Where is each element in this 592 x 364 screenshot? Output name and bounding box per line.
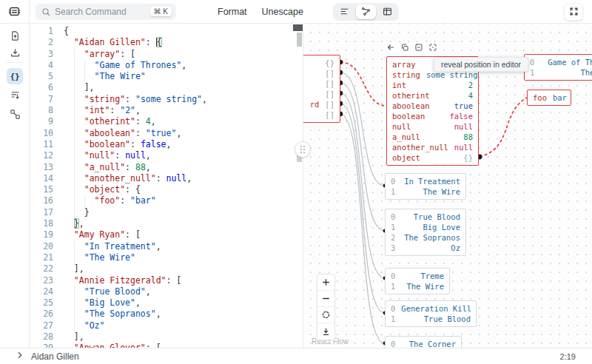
node-value: True Blood [424,314,471,324]
graph-node-root[interactable]: {}[][][]rd[][] [303,55,340,123]
back-arrow-icon[interactable] [386,43,395,52]
line-number: 23 [30,275,53,286]
code-token: "some string" [135,94,202,104]
code-token [64,343,74,348]
editor-code[interactable]: { "Aidan Gillen": { "array": [ "Game of … [58,26,303,348]
code-editor[interactable]: 1234567891011121314151617181920212223242… [30,24,303,348]
table-view-button[interactable] [377,4,397,19]
scrollbar-decoration [293,24,303,31]
filter-lines-icon[interactable] [7,87,23,102]
graph-node-anwan[interactable]: 0Treme1The Wire [385,268,450,294]
flow-controls [317,274,335,340]
json-editor-app: ⌘ K Format Unescape [0,0,592,364]
node-row: a_null88 [387,132,478,142]
code-token: "int" [84,105,110,115]
node-index: 0 [391,212,395,222]
text-view-button[interactable] [334,4,354,19]
node-row: 1The Wire [386,281,449,291]
line-number: 17 [30,207,53,218]
node-row: another_nullnull [387,142,478,152]
indent-guide [74,116,75,127]
node-key: a_null [392,132,420,142]
code-token [64,60,95,70]
editor-gutter: 1234567891011121314151617181920212223242… [30,26,58,348]
code-line: ], [64,263,303,274]
focus-node-icon[interactable] [428,43,437,52]
chevron-right-icon[interactable] [15,350,25,360]
file-import-icon[interactable] [7,28,23,43]
indent-guide [74,309,75,320]
indent-guide [84,195,85,206]
line-number: 26 [30,309,53,320]
code-token [125,195,130,206]
json-braces-icon[interactable]: {} [7,68,23,84]
fullscreen-button[interactable] [564,3,583,21]
code-token: : [146,343,151,348]
code-token: "2" [120,105,135,115]
graph-node-foo[interactable]: foobar [527,90,571,106]
code-token: "aboolean" [84,128,135,138]
indent-guide [84,60,85,71]
search-command-box[interactable]: ⌘ K [36,4,176,20]
line-number: 20 [30,241,53,252]
code-token: , [202,94,207,104]
search-input[interactable] [55,7,146,17]
code-token: , [156,241,161,252]
node-key: object [392,152,420,163]
node-key: aboolean [392,101,430,111]
editor-scrollbar-thumb[interactable] [297,33,302,47]
graph-node-annie[interactable]: 0True Blood1Big Love2The Sopranos3Oz [385,209,466,256]
sidebar-divider [6,62,24,63]
code-token: "Aidan Gillen" [74,37,146,47]
code-line: "True Blood", [64,286,303,297]
code-token [161,173,166,183]
app-logo-icon[interactable] [0,0,30,24]
graph-node-corner[interactable]: 0The Corner [385,336,462,348]
code-token: "Anwan Glover" [74,343,146,348]
code-line: "array": [ [64,49,303,60]
graph-view-button[interactable] [356,4,376,19]
line-number: 13 [30,162,53,173]
cursor-position: 2:19 [560,352,576,361]
indent-guide [84,71,85,82]
code-line: "aboolean": "true", [64,128,303,139]
linked-nodes-icon[interactable] [7,107,23,121]
line-number: 19 [30,229,53,240]
code-line: { [64,26,303,37]
download-icon[interactable] [7,45,23,60]
node-row: 0True Blood [386,212,465,222]
code-token: 4 [146,116,151,127]
download-image-button[interactable] [317,323,334,340]
copy-node-icon[interactable] [400,43,409,52]
graph-node-got[interactable]: 0Game of Thrones1The Wire [524,54,592,81]
line-number: 10 [30,128,53,139]
node-row: 1The Wire [386,186,465,197]
indent-guide [74,252,75,263]
graph-panel[interactable]: {}[][][]rd[][]arraystringsome stringint2… [303,24,592,348]
graph-node-amy[interactable]: 0In Treatment1The Wire [385,173,466,200]
indent-guide [74,162,75,173]
code-token: { [130,184,141,195]
node-key: otherint [392,90,430,101]
node-index: 1 [391,281,395,291]
node-row: 0Treme [386,271,449,281]
node-row: 0Generation Kill [386,303,476,314]
code-line: "In Treatment", [64,241,303,252]
format-button[interactable]: Format [210,7,255,17]
panel-resize-handle[interactable] [295,141,311,158]
table-icon [383,7,392,16]
fit-view-button[interactable] [317,307,334,323]
text-lines-icon [340,7,349,16]
node-row: [] [303,89,340,99]
node-value: Generation Kill [401,303,471,314]
node-value: {} [463,152,473,163]
unescape-button[interactable]: Unescape [255,7,311,17]
code-token: null [166,173,187,183]
graph-node-alex[interactable]: 0Generation Kill1True Blood [385,300,477,327]
collapse-node-icon[interactable] [414,43,423,52]
line-number: 29 [30,343,53,348]
zoom-in-button[interactable] [317,274,334,291]
zoom-out-button[interactable] [317,291,334,307]
line-number: 4 [30,60,53,71]
graph-node-object[interactable]: arraystringsome stringint2otherint4abool… [386,56,479,166]
